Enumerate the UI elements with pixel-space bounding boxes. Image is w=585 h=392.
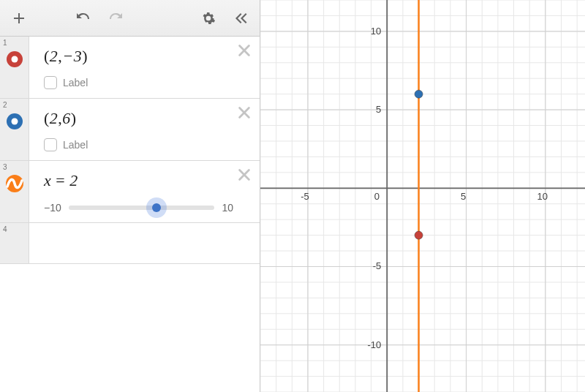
toolbar [0, 0, 260, 37]
expression-row[interactable]: 3 x = 2 −10 10 [0, 161, 260, 223]
expression-list: 1 (2,−3) Label [0, 37, 260, 392]
slider-max: 10 [222, 202, 233, 214]
delete-expression-button[interactable] [236, 167, 252, 186]
expression-row-empty[interactable]: 4 [0, 223, 260, 264]
svg-text:5: 5 [461, 191, 466, 202]
sidebar: 1 (2,−3) Label [0, 0, 260, 392]
svg-text:-5: -5 [301, 191, 309, 202]
svg-point-73 [415, 90, 423, 98]
expression-formula[interactable]: x = 2 [44, 171, 233, 190]
slider-min: −10 [44, 202, 61, 214]
label-checkbox[interactable] [44, 138, 57, 151]
point-icon[interactable] [5, 112, 24, 134]
svg-point-72 [415, 231, 423, 239]
delete-expression-button[interactable] [236, 42, 252, 61]
expression-index: 3 [3, 163, 7, 171]
graph-area[interactable]: -50510-10-5510 [260, 0, 585, 392]
slider-track[interactable] [69, 206, 215, 210]
svg-point-3 [11, 118, 18, 125]
graph-canvas[interactable]: -50510-10-5510 [260, 0, 585, 392]
label-text: Label [63, 139, 88, 151]
svg-text:-10: -10 [367, 339, 381, 350]
svg-text:5: 5 [376, 104, 381, 115]
svg-text:10: 10 [537, 191, 548, 202]
label-text: Label [63, 77, 88, 88]
wave-icon[interactable] [5, 174, 24, 196]
expression-formula[interactable]: (2,−3) [44, 47, 233, 66]
delete-expression-button[interactable] [236, 105, 252, 124]
slider-thumb[interactable] [152, 203, 161, 212]
expression-index: 2 [3, 101, 7, 109]
svg-point-1 [11, 56, 18, 63]
expression-row[interactable]: 1 (2,−3) Label [0, 37, 260, 99]
label-checkbox[interactable] [44, 76, 57, 89]
undo-button[interactable] [69, 4, 98, 33]
slider: −10 10 [44, 202, 233, 214]
svg-text:10: 10 [371, 26, 381, 37]
point-icon[interactable] [5, 50, 24, 72]
add-expression-button[interactable] [4, 4, 34, 33]
svg-text:-5: -5 [373, 260, 382, 271]
collapse-sidebar-button[interactable] [226, 4, 255, 33]
expression-row[interactable]: 2 (2,6) Label [0, 99, 260, 161]
settings-button[interactable] [194, 4, 223, 33]
expression-formula[interactable]: (2,6) [44, 109, 233, 128]
svg-text:0: 0 [374, 191, 380, 202]
expression-index: 1 [3, 39, 7, 47]
redo-button[interactable] [101, 4, 130, 33]
expression-index: 4 [3, 225, 7, 233]
